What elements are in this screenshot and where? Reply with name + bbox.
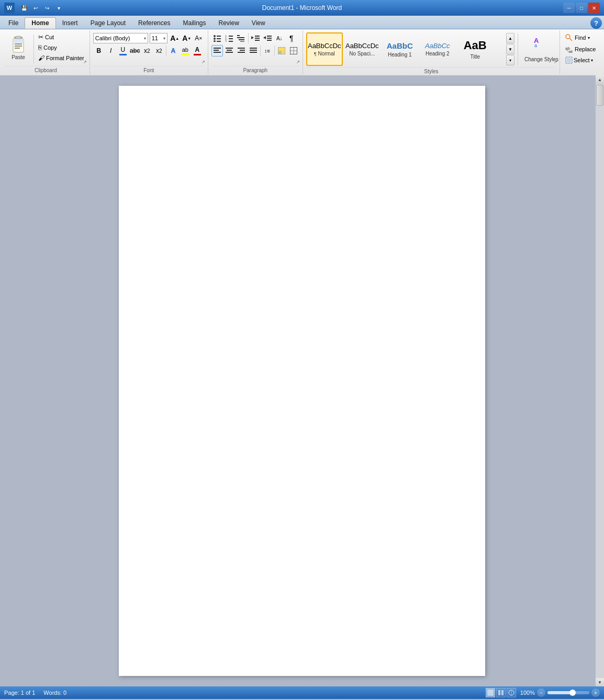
zoom-plus-button[interactable]: +: [591, 688, 600, 697]
zoom-minus-button[interactable]: −: [537, 688, 545, 697]
svg-rect-57: [498, 690, 500, 695]
copy-icon: ⎘: [38, 44, 42, 51]
clipboard-expand-icon[interactable]: ↗: [82, 59, 88, 65]
minimize-button[interactable]: ─: [563, 3, 575, 13]
styles-expand-icon[interactable]: ↗: [552, 59, 558, 65]
scrollbar-down-arrow[interactable]: ▼: [596, 678, 604, 686]
underline-button[interactable]: U: [117, 45, 129, 57]
bullets-button[interactable]: [211, 32, 223, 44]
scrollbar-up-arrow[interactable]: ▲: [596, 75, 604, 84]
styles-scroll-up[interactable]: ▲: [506, 33, 514, 43]
font-expand-icon[interactable]: ↗: [200, 59, 207, 65]
tab-references[interactable]: References: [132, 17, 176, 29]
tab-mailings[interactable]: Mailings: [176, 17, 212, 29]
styles-scroll-down[interactable]: ▼: [506, 44, 514, 54]
svg-rect-22: [240, 41, 244, 42]
shrink-font-button[interactable]: A▼: [181, 32, 193, 44]
close-button[interactable]: ✕: [588, 3, 600, 13]
format-painter-button[interactable]: 🖌 Format Painter: [36, 53, 86, 63]
center-align-button[interactable]: [223, 45, 235, 57]
line-spacing-button[interactable]: ↕≡: [262, 45, 273, 57]
font-color-button[interactable]: A: [192, 45, 203, 57]
superscript-button[interactable]: x2: [153, 45, 165, 57]
svg-rect-37: [238, 48, 245, 49]
qat-customize-button[interactable]: ▾: [53, 3, 64, 13]
font-group: Calibri (Body) ▾ 11 ▾ A▲ A▼ A✕ B I: [90, 30, 208, 74]
tab-view[interactable]: View: [245, 17, 272, 29]
font-color-icon: A: [194, 46, 201, 55]
print-layout-view-button[interactable]: [486, 688, 495, 697]
svg-text:a: a: [534, 43, 537, 48]
qat-redo-button[interactable]: ↪: [42, 3, 52, 13]
copy-label: Copy: [43, 44, 57, 51]
borders-button[interactable]: [288, 45, 299, 57]
italic-button[interactable]: I: [105, 45, 117, 57]
align-right-button[interactable]: [236, 45, 247, 57]
scrollbar-thumb[interactable]: [596, 85, 603, 106]
highlight-button[interactable]: ab: [180, 45, 191, 57]
svg-rect-42: [250, 52, 257, 53]
qat-undo-button[interactable]: ↩: [30, 3, 41, 13]
replace-button[interactable]: abab Replace: [563, 44, 598, 54]
styles-expand[interactable]: ▾: [506, 55, 514, 65]
font-name-selector[interactable]: Calibri (Body) ▾: [93, 33, 148, 43]
numbering-button[interactable]: 1.2.3.: [223, 32, 235, 44]
bold-button[interactable]: B: [93, 45, 105, 57]
svg-rect-58: [501, 690, 504, 695]
tab-insert[interactable]: Insert: [56, 17, 84, 29]
multilevel-list-button[interactable]: [236, 32, 247, 44]
clear-formatting-button[interactable]: A✕: [193, 32, 205, 44]
font-size-selector[interactable]: 11 ▾: [150, 33, 167, 43]
style-no-spacing[interactable]: AaBbCcDc No Spaci...: [344, 32, 381, 66]
style-title[interactable]: AaB Title: [457, 32, 494, 66]
document-page[interactable]: [119, 86, 485, 676]
svg-rect-10: [217, 38, 221, 39]
tab-review[interactable]: Review: [212, 17, 245, 29]
increase-indent-icon: [263, 35, 272, 42]
find-button[interactable]: Find ▾: [563, 32, 592, 43]
select-button[interactable]: Select ▾: [563, 55, 595, 65]
svg-rect-14: [229, 36, 233, 37]
style-normal[interactable]: AaBbCcDc ¶ Normal: [306, 32, 343, 66]
justify-button[interactable]: [248, 45, 259, 57]
styles-group: AaBbCcDc ¶ Normal AaBbCcDc No Spaci... A…: [303, 30, 560, 74]
tab-file[interactable]: File: [2, 17, 25, 29]
paste-button[interactable]: Paste: [5, 32, 31, 63]
font-name-dropdown-arrow: ▾: [144, 36, 146, 41]
tab-home[interactable]: Home: [25, 17, 55, 29]
grow-font-button[interactable]: A▲: [169, 32, 181, 44]
svg-rect-31: [214, 48, 221, 49]
web-layout-view-button[interactable]: [507, 688, 516, 697]
style-no-spacing-preview: AaBbCcDc: [345, 42, 379, 50]
zoom-slider-thumb[interactable]: [569, 690, 576, 696]
copy-button[interactable]: ⎘ Copy: [36, 43, 86, 52]
help-button[interactable]: ?: [590, 17, 602, 29]
shading-button[interactable]: [276, 45, 287, 57]
qat-save-button[interactable]: 💾: [19, 3, 29, 13]
ribbon-content: Paste ✂ Cut ⎘ Copy 🖌 Format Painter ↗ Cl…: [0, 29, 604, 75]
replace-label: Replace: [575, 46, 596, 52]
maximize-button[interactable]: □: [576, 3, 587, 13]
increase-indent-button[interactable]: [262, 32, 273, 44]
title-bar: W 💾 ↩ ↪ ▾ Document1 - Microsoft Word ─ □…: [0, 0, 604, 16]
replace-icon: abab: [565, 46, 573, 53]
cut-button[interactable]: ✂ Cut: [36, 32, 86, 42]
strikethrough-button[interactable]: abc: [129, 45, 141, 57]
change-styles-button[interactable]: A a Change Styles: [521, 33, 556, 65]
decrease-indent-icon: [251, 35, 260, 42]
select-label: Select: [574, 57, 590, 63]
full-screen-view-button[interactable]: [496, 688, 506, 697]
paragraph-expand-icon[interactable]: ↗: [295, 59, 301, 65]
text-effects-button[interactable]: A: [167, 45, 179, 57]
show-marks-button[interactable]: ¶: [286, 32, 297, 44]
style-heading2[interactable]: AaBbCc Heading 2: [419, 32, 456, 66]
clipboard-group-content: Paste ✂ Cut ⎘ Copy 🖌 Format Painter: [5, 31, 86, 66]
zoom-slider[interactable]: [547, 691, 589, 694]
tab-page-layout[interactable]: Page Layout: [84, 17, 132, 29]
align-left-button[interactable]: [211, 45, 223, 57]
subscript-button[interactable]: x2: [141, 45, 153, 57]
font-label: Font: [93, 66, 205, 73]
decrease-indent-button[interactable]: [250, 32, 261, 44]
style-heading1[interactable]: AaBbC Heading 1: [382, 32, 418, 66]
sort-button[interactable]: A↓: [274, 32, 285, 44]
